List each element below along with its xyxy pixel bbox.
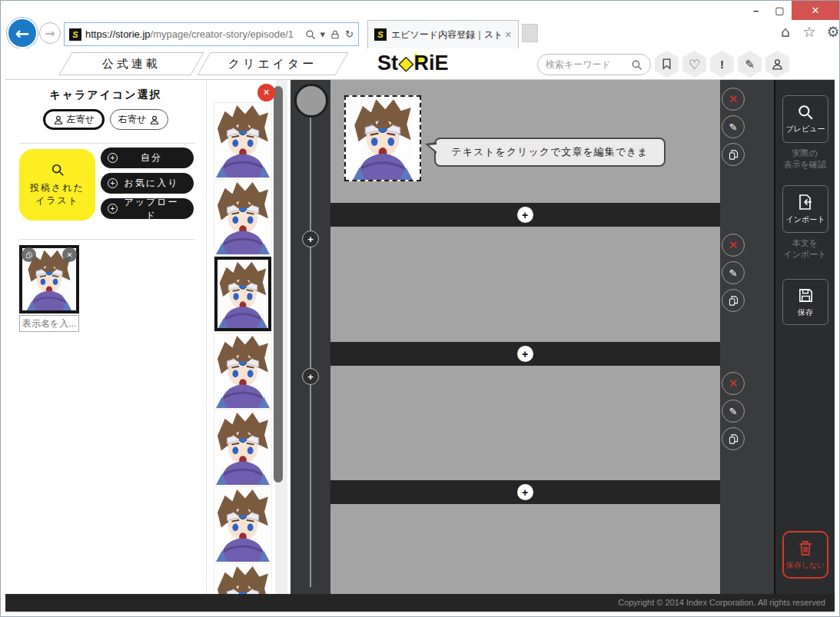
logo-diamond-icon: ◆	[399, 52, 413, 74]
plus-icon: +	[108, 178, 118, 188]
nav-tab-creator[interactable]: クリエイター	[197, 52, 348, 75]
tab-close-icon[interactable]: ✕	[505, 30, 512, 40]
selected-char-thumb[interactable]: ✕	[19, 245, 79, 313]
delete-block-button[interactable]: ✕	[722, 372, 745, 395]
insert-bar: +	[330, 342, 720, 366]
speech-bubble[interactable]: テキストをクリックで文章を編集できま	[434, 138, 666, 167]
maximize-button[interactable]: ▢	[768, 1, 792, 20]
address-bar[interactable]: S https://storie.jp/mypage/creator-story…	[64, 22, 359, 46]
import-button[interactable]: インポート	[782, 185, 828, 233]
timeline-add-button[interactable]: +	[302, 231, 319, 247]
bookmark-icon	[660, 58, 673, 71]
search-icon[interactable]	[631, 59, 642, 71]
close-window-button[interactable]: ✕	[792, 1, 839, 20]
notice-icon-button[interactable]: !	[710, 51, 734, 78]
address-search-icon[interactable]	[305, 29, 316, 40]
titlebar: – ▢ ✕	[1, 1, 839, 20]
copy-icon	[728, 295, 739, 307]
duplicate-block-button[interactable]	[722, 289, 745, 312]
posted-illust-label-1: 投稿された	[30, 182, 85, 193]
discard-button[interactable]: 保存しない	[782, 531, 828, 579]
back-icon: ←	[15, 24, 29, 43]
char-thumb[interactable]	[214, 333, 271, 408]
import-caption: 本文をインポート	[775, 237, 835, 260]
content: キャラアイコン選択 左寄せ 右寄せ 投稿されたイラスト +自分	[5, 80, 835, 594]
browser-navbar: ← → S https://storie.jp/mypage/creator-s…	[1, 20, 839, 48]
duplicate-block-button[interactable]	[722, 427, 745, 450]
scrollbar-thumb[interactable]	[274, 86, 283, 483]
character-avatar	[346, 97, 420, 180]
selected-char-icon[interactable]	[344, 95, 421, 181]
char-thumb[interactable]	[214, 103, 271, 177]
char-thumb[interactable]	[214, 410, 271, 485]
copy-icon	[728, 433, 739, 445]
preview-button[interactable]: プレビュー	[782, 95, 828, 143]
discard-label: 保存しない	[786, 560, 825, 571]
align-left-label: 左寄せ	[67, 113, 95, 126]
add-self-label: 自分	[124, 151, 179, 164]
trash-icon	[796, 539, 815, 557]
favorites-star-icon[interactable]: ☆	[801, 23, 818, 40]
home-icon[interactable]: ⌂	[777, 23, 794, 40]
url-host: https://storie.jp	[85, 28, 151, 40]
story-canvas: テキストをクリックで文章を編集できま + + +	[330, 80, 720, 594]
heart-icon-button[interactable]: ♡	[682, 51, 706, 78]
nav-tab-official[interactable]: 公式連載	[58, 52, 204, 75]
edit-block-button[interactable]: ✎	[722, 115, 745, 138]
save-button[interactable]: 保存	[782, 279, 828, 325]
display-name-input[interactable]	[19, 315, 79, 332]
bookmark-icon-button[interactable]	[655, 51, 679, 78]
insert-plus-button[interactable]: +	[517, 207, 533, 223]
close-list-button[interactable]: ✕	[257, 84, 275, 101]
minimize-button[interactable]: –	[744, 1, 768, 20]
timeline-handle[interactable]	[294, 84, 328, 118]
char-list-scrollbar[interactable]	[275, 80, 287, 594]
pencil-icon-button[interactable]: ✎	[738, 51, 762, 78]
add-upload-button[interactable]: +アップロード	[101, 198, 194, 219]
close-icon: ✕	[729, 238, 739, 252]
site-logo[interactable]: St◆RiE	[377, 50, 449, 76]
refresh-icon[interactable]: ↻	[345, 28, 354, 40]
block-actions: ✕ ✎ ✕ ✎ ✕ ✎	[720, 80, 774, 594]
copy-icon	[25, 251, 33, 259]
char-thumb[interactable]	[214, 487, 271, 562]
char-thumb-selected[interactable]	[214, 257, 271, 331]
edit-block-button[interactable]: ✎	[722, 400, 745, 423]
nav-tab-official-label: 公式連載	[102, 57, 161, 71]
back-button[interactable]: ←	[7, 18, 38, 48]
insert-plus-button[interactable]: +	[517, 346, 533, 362]
close-icon: ✕	[263, 88, 270, 98]
delete-block-button[interactable]: ✕	[722, 234, 745, 257]
search-input[interactable]	[546, 59, 628, 70]
forward-icon: →	[45, 26, 55, 41]
delete-block-button[interactable]: ✕	[722, 88, 745, 111]
new-tab-button[interactable]	[522, 24, 538, 42]
edit-block-button[interactable]: ✎	[722, 261, 745, 284]
insert-bar: +	[330, 203, 720, 227]
duplicate-block-button[interactable]	[722, 143, 745, 166]
timeline-add-button[interactable]: +	[302, 368, 319, 385]
plus-icon: +	[522, 348, 528, 360]
preview-caption: 実際の表示を確認	[775, 148, 835, 171]
url-text[interactable]: https://storie.jp/mypage/creator-story/e…	[85, 28, 301, 40]
site-header: 公式連載 クリエイター St◆RiE ♡ ! ✎	[5, 48, 835, 80]
plus-icon: +	[522, 486, 528, 499]
align-right-button[interactable]: 右寄せ	[110, 109, 168, 130]
browser-tab[interactable]: S エピソード内容登録｜ストリエ ✕	[367, 20, 519, 48]
char-thumb[interactable]	[214, 564, 271, 594]
forward-button[interactable]: →	[39, 22, 61, 44]
posted-illust-button[interactable]: 投稿されたイラスト	[19, 149, 95, 221]
close-icon: ✕	[729, 377, 739, 390]
align-left-button[interactable]: 左寄せ	[43, 109, 105, 130]
search-box[interactable]	[537, 54, 651, 75]
duplicate-char-button[interactable]	[22, 247, 36, 262]
insert-plus-button[interactable]: +	[517, 484, 533, 500]
profile-icon-button[interactable]	[765, 51, 789, 78]
remove-char-button[interactable]: ✕	[62, 247, 77, 262]
add-favorite-button[interactable]: +お気に入り	[101, 173, 194, 194]
address-dropdown-icon[interactable]: ▾	[320, 28, 326, 40]
save-icon	[797, 287, 815, 304]
char-thumb[interactable]	[214, 180, 271, 254]
settings-gear-icon[interactable]: ⚙	[825, 23, 840, 40]
add-self-button[interactable]: +自分	[101, 148, 194, 168]
